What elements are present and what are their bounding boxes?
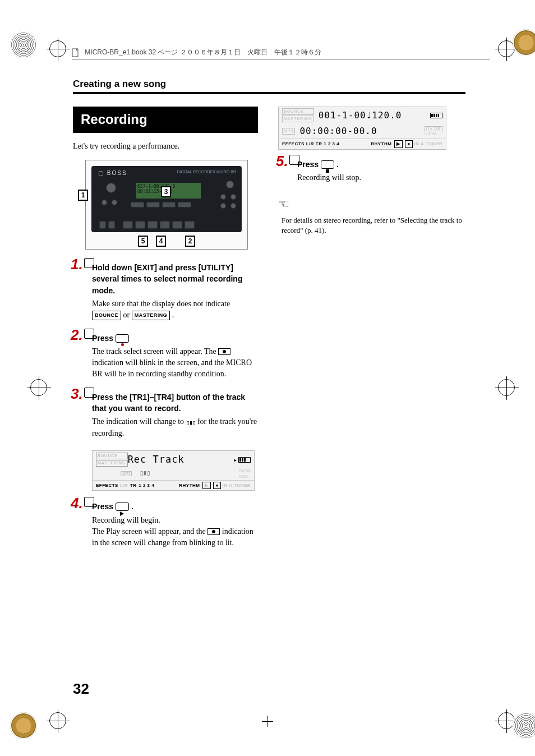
device-figure: BOSS DIGITAL RECORDER MICRO BR 037-1-00♩… xyxy=(85,160,248,250)
step-1: 1. Hold down [EXIT] and press [UTILITY] … xyxy=(73,262,258,321)
step-body: The indication will change to ▯▮▯ for th… xyxy=(92,416,258,439)
mastering-label-icon: MASTERING xyxy=(132,311,170,320)
figure-callout-3: 3 xyxy=(161,186,171,197)
device-knob xyxy=(230,203,236,209)
device-model: DIGITAL RECORDER MICRO BR xyxy=(177,169,236,175)
lcd-rec-track: BOUNCE MASTERING Rec Track MP3 ▯▮▯ OV.DB… xyxy=(92,450,255,491)
lcd-label: EFFECTS xyxy=(96,483,118,488)
lcd-label: 1 2 3 4 xyxy=(139,483,154,488)
lcd-title: Rec Track xyxy=(128,453,238,467)
step-2: 2. Press The track select screen will ap… xyxy=(73,333,258,380)
step-heading-pre: Press xyxy=(92,334,116,343)
device-track-button xyxy=(178,202,191,208)
play-btn-icon: ▶ xyxy=(394,140,403,148)
device-transport-button xyxy=(185,221,195,229)
lcd-label: L/R xyxy=(306,141,314,146)
lcd-badge: MP3 xyxy=(121,471,132,476)
device-transport-button xyxy=(160,221,170,229)
device-track-button xyxy=(162,202,176,208)
device-transport-button xyxy=(99,221,106,229)
step-body-text: The track select screen will appear. The xyxy=(92,347,218,356)
hint-block: ☞ For details on stereo recording, refer… xyxy=(278,195,463,237)
step-body: Recording will stop. xyxy=(297,172,463,183)
device-transport-button xyxy=(123,221,133,229)
lcd-badge: BOUNCE xyxy=(96,453,128,459)
device-knob xyxy=(226,181,234,188)
stop-button-icon xyxy=(321,160,334,169)
device-knob xyxy=(112,200,117,205)
step-body-text: indication will blink in the screen, and… xyxy=(92,358,252,378)
lcd-bottom-bar: EFFECTS L/R TR 1 2 3 4 RHYTHM ▶ ● IN A.T… xyxy=(279,139,446,149)
rec-track-icon: ▯▮▯ xyxy=(186,418,196,427)
registration-mark xyxy=(10,31,37,58)
lcd-right-badges: OV.DB C3/A♭ xyxy=(425,127,442,136)
page-title: Creating a new song xyxy=(73,79,465,90)
registration-mark xyxy=(513,712,535,739)
lcd-label: EFFECTS xyxy=(282,141,305,146)
step-body-text: Recording will begin. xyxy=(92,515,258,526)
cross-mark xyxy=(49,712,66,729)
lcd-badge: BOUNCE xyxy=(282,108,314,115)
left-column: Recording Let's try recording a performa… xyxy=(73,107,258,560)
lcd-badge: MASTERING xyxy=(96,460,128,467)
print-header-text: MICRO-BR_e1.book 32 ページ ２００６年８月１日 火曜日 午後… xyxy=(85,48,321,56)
step-heading-post: . xyxy=(131,502,133,511)
lcd-line2: 00:00:00-00.0 xyxy=(299,125,377,137)
device-knob xyxy=(220,203,226,209)
lcd-label: RHYTHM xyxy=(179,483,200,488)
step-heading-pre: Press xyxy=(297,160,321,169)
step-heading: Press . xyxy=(92,501,258,512)
figure-callout-4: 4 xyxy=(156,236,166,247)
device-knob xyxy=(230,194,236,200)
lcd-line1: 001-1-00♩120.0 xyxy=(319,109,402,122)
cross-mark xyxy=(262,716,273,727)
lcd-label: IN xyxy=(414,141,419,146)
battery-icon xyxy=(238,457,251,463)
lcd-play-screen: BOUNCE MASTERING 001-1-00♩120.0 MP3 00:0… xyxy=(278,107,446,150)
step-heading-pre: Press xyxy=(92,502,116,511)
print-header: MICRO-BR_e1.book 32 ページ ２００６年８月１日 火曜日 午後… xyxy=(72,48,490,62)
rec-btn-icon: ● xyxy=(213,482,220,490)
record-indicator-icon xyxy=(218,348,230,355)
figure-callout-1: 1 xyxy=(78,190,88,201)
lcd-label: RHYTHM xyxy=(371,141,391,146)
lcd-bottom-bar: EFFECTS L/R TR 1 2 3 4 RHYTHM ▶ ● IN A.T… xyxy=(93,480,254,491)
step-5: 5. Press . Recording will stop. xyxy=(278,159,463,184)
step-heading: Hold down [EXIT] and press [UTILITY] sev… xyxy=(92,262,258,296)
registration-mark xyxy=(10,712,37,739)
record-indicator-icon xyxy=(207,528,220,535)
device-transport-button xyxy=(147,221,158,229)
lcd-side-badges: BOUNCE MASTERING xyxy=(282,108,314,122)
lcd-label: A.TUNER xyxy=(421,141,442,146)
step-body: The track select screen will appear. The… xyxy=(92,346,258,380)
page-number: 32 xyxy=(73,680,89,698)
step-number-text: 4. xyxy=(71,495,83,511)
step-body-or: or xyxy=(123,311,132,319)
step-number-text: 2. xyxy=(71,326,83,343)
device-track-button xyxy=(146,202,160,208)
device-knob xyxy=(106,183,116,193)
step-number-text: 5. xyxy=(276,153,288,169)
battery-icon xyxy=(430,113,442,118)
hint-body: For details on stereo recording, refer t… xyxy=(278,215,463,237)
device-transport-button xyxy=(135,221,145,229)
device-transport-button xyxy=(172,221,182,229)
page-body: Creating a new song Recording Let's try … xyxy=(73,79,465,560)
step-4: 4. Press . Recording will begin. The Pla… xyxy=(73,501,258,548)
rec-btn-icon: ● xyxy=(405,140,412,148)
play-button-icon xyxy=(116,503,129,511)
lcd-side-badges: BOUNCE MASTERING xyxy=(96,453,128,467)
right-column: BOUNCE MASTERING 001-1-00♩120.0 MP3 00:0… xyxy=(278,107,463,560)
step-number-box-icon xyxy=(84,497,94,507)
lcd-label: IN xyxy=(223,483,228,488)
step-number: 4. xyxy=(71,493,94,514)
step-number-box-icon xyxy=(84,329,94,339)
cross-mark xyxy=(49,40,66,57)
lcd-track-indicator: MP3 ▯▮▯ OV.DBC3/A♭ xyxy=(93,468,254,480)
step-body: Recording will begin. The Play screen wi… xyxy=(92,515,258,549)
page-icon xyxy=(72,48,80,57)
device-track-button xyxy=(131,202,144,208)
step-body-text: The indication will change to xyxy=(92,417,186,426)
lcd-label: L/R xyxy=(120,483,128,488)
step-number-box-icon xyxy=(289,155,299,165)
